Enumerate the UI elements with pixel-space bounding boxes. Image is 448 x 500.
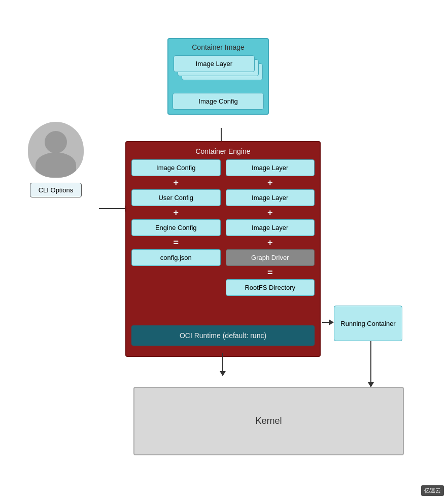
image-layers-stack: Image Layer Image Layer Image Layer [173,54,264,90]
engine-config-card: Engine Config [131,219,221,236]
engine-to-kernel-arrow [222,353,223,376]
image-config-card: Image Config [173,93,264,110]
engine-user-config-card: User Config [131,189,221,206]
cli-to-engine-arrow [99,208,129,209]
plus-2-right: + [267,208,273,217]
cli-options-label: CLI Options [39,186,74,194]
container-image-title: Container Image [173,43,264,51]
plus-2-left: + [173,208,179,217]
container-image-box: Container Image Image Layer Image Layer … [167,38,269,115]
person-section: CLI Options [28,122,84,197]
oci-to-running-arrow [322,322,333,323]
oci-runtime-bar: OCI Runtime (default: runc) [131,325,315,346]
rootfs-dir-card: RootFS Directory [226,279,315,296]
engine-left-col: Image Config + User Config + Engine Conf… [131,159,221,332]
engine-inner: Image Config + User Config + Engine Conf… [131,159,315,332]
graph-driver-card: Graph Driver [226,249,315,266]
avatar [28,122,84,178]
engine-image-layer-2: Image Layer [226,189,315,206]
cli-options-box: CLI Options [30,183,82,197]
kernel-label: Kernel [255,416,282,426]
equals-left: = [173,238,179,247]
plus-3-right: + [267,238,273,247]
plus-1-left: + [173,178,179,187]
engine-image-layer-1: Image Layer [226,159,315,176]
config-json-card: config.json [131,249,221,266]
kernel-box: Kernel [133,387,404,455]
watermark: 亿速云 [421,485,444,496]
image-layer-card-1: Image Layer [174,55,255,72]
rc-to-kernel-arrow [370,341,371,387]
running-container-label: Running Container [340,320,395,327]
engine-right-col: Image Layer + Image Layer + Image Layer … [226,159,315,332]
equals-right: = [267,268,273,277]
container-engine-box: Container Engine Image Config + User Con… [125,141,321,357]
container-engine-title: Container Engine [131,147,315,155]
running-container-box: Running Container [334,306,402,341]
plus-1-right: + [267,178,273,187]
engine-image-layer-3: Image Layer [226,219,315,236]
engine-image-config-card: Image Config [131,159,221,176]
